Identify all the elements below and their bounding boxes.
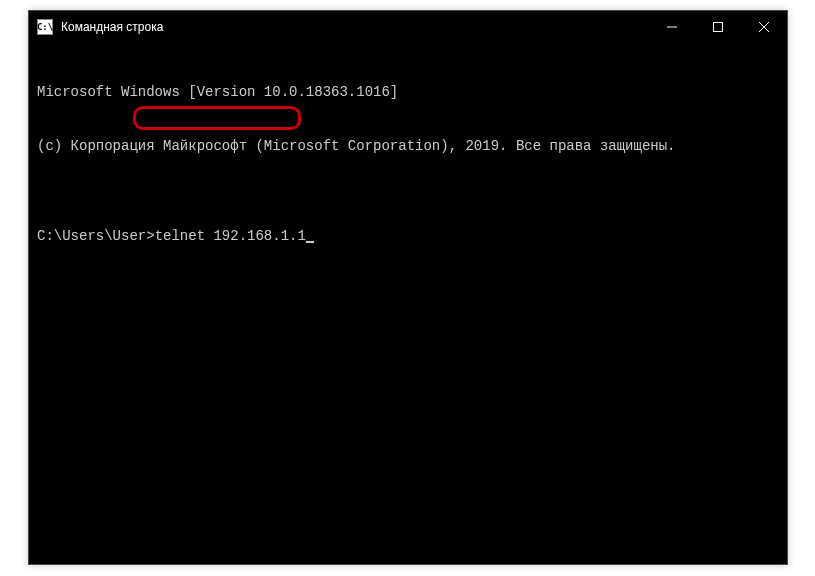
terminal-line-4: C:\Users\User>telnet 192.168.1.1 [37, 227, 779, 245]
cmd-icon: C:\ [37, 19, 53, 35]
maximize-icon [713, 22, 723, 32]
cmd-icon-label: C:\ [37, 22, 53, 32]
window-title: Командная строка [61, 20, 163, 34]
terminal-cursor [306, 241, 314, 243]
terminal-command: telnet 192.168.1.1 [155, 228, 306, 244]
titlebar[interactable]: C:\ Командная строка [29, 11, 787, 43]
window-controls [649, 11, 787, 43]
terminal-line-2: (c) Корпорация Майкрософт (Microsoft Cor… [37, 137, 779, 155]
terminal-content[interactable]: Microsoft Windows [Version 10.0.18363.10… [29, 43, 787, 285]
terminal-prompt: C:\Users\User> [37, 228, 155, 244]
close-icon [759, 22, 769, 32]
cmd-window: C:\ Командная строка Microsoft [28, 10, 788, 565]
minimize-button[interactable] [649, 11, 695, 43]
maximize-button[interactable] [695, 11, 741, 43]
close-button[interactable] [741, 11, 787, 43]
svg-rect-1 [714, 23, 723, 32]
terminal-line-1: Microsoft Windows [Version 10.0.18363.10… [37, 83, 779, 101]
minimize-icon [667, 22, 677, 32]
